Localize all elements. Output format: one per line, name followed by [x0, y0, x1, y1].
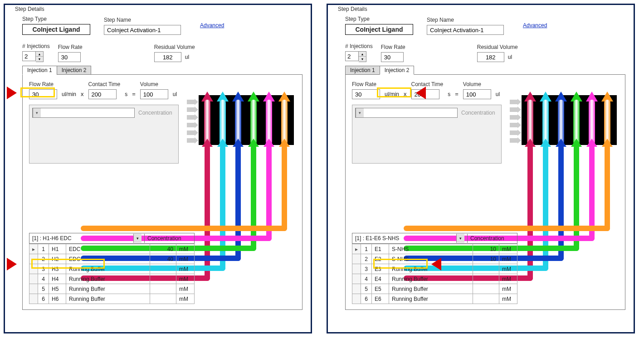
- row-value[interactable]: [473, 284, 499, 294]
- sample-select[interactable]: [1] : E1-E6 S-NHS: [352, 233, 467, 244]
- flow-diagram: [181, 91, 298, 290]
- table-row[interactable]: 4E4Running BuffermM: [352, 274, 517, 284]
- row-value[interactable]: [473, 264, 499, 274]
- row-index: 4: [361, 274, 372, 284]
- table-row[interactable]: ▸1H1EDC40mM: [29, 244, 195, 254]
- spinner-down[interactable]: ▼: [359, 57, 366, 62]
- tab-injection-1[interactable]: Injection 1: [345, 66, 380, 75]
- flowrate-top-label: Flow Rate: [381, 44, 405, 50]
- spinner-up[interactable]: ▲: [36, 52, 43, 57]
- channel-arrow-icon: [218, 92, 228, 145]
- tab-injection-1[interactable]: Injection 1: [22, 66, 57, 75]
- side-arrow-icon: [510, 130, 518, 135]
- step-name-input[interactable]: [104, 25, 181, 35]
- sample-grid[interactable]: ▸1H1EDC40mM2H2EDC40mM3H3Running BuffermM…: [29, 244, 195, 304]
- residual-input[interactable]: [154, 52, 181, 62]
- residual-unit: ul: [508, 54, 512, 60]
- advanced-link[interactable]: Advanced: [523, 22, 547, 29]
- injections-spinner[interactable]: ▲▼: [22, 51, 50, 62]
- dropdown-arrow-icon[interactable]: [456, 234, 464, 243]
- row-sample-name: S-NHS: [389, 254, 473, 264]
- volume-label: Volume: [463, 81, 491, 87]
- eq-sign: =: [132, 91, 136, 99]
- flowrate-top-input[interactable]: [381, 52, 404, 62]
- table-row[interactable]: 4H4Running BuffermM: [29, 274, 195, 284]
- ulmin-unit: ul/min: [385, 91, 399, 99]
- table-row[interactable]: 6E6Running BuffermM: [352, 294, 517, 304]
- row-index: 5: [38, 284, 49, 294]
- row-sample-name: Running Buffer: [66, 274, 150, 284]
- row-value[interactable]: [150, 294, 176, 304]
- row-indicator: [29, 254, 38, 264]
- concentration-dropdown-disabled: [32, 108, 135, 118]
- injections-input[interactable]: [345, 51, 359, 61]
- residual-label: Residual Volume: [477, 44, 518, 50]
- step-type-value: CoInject Ligand: [345, 24, 413, 35]
- row-value[interactable]: 10: [473, 254, 499, 264]
- side-arrow-icon: [510, 115, 518, 120]
- row-unit: mM: [176, 264, 195, 274]
- row-index: 2: [38, 254, 49, 264]
- table-row[interactable]: 5H5Running BuffermM: [29, 284, 195, 294]
- red-marker-row: [431, 258, 441, 270]
- tab-injection-2[interactable]: Injection 2: [380, 66, 415, 75]
- flowrate-input[interactable]: [29, 89, 57, 99]
- concentration-header: Concentration: [144, 234, 194, 243]
- side-arrow-icon: [187, 123, 195, 127]
- row-index: 4: [38, 274, 49, 284]
- row-value[interactable]: [473, 274, 499, 284]
- channel-arrow-icon: [202, 92, 212, 145]
- volume-input[interactable]: [463, 89, 491, 99]
- side-arrow-icon: [510, 100, 518, 104]
- row-sample-name: Running Buffer: [389, 264, 473, 274]
- injections-spinner[interactable]: ▲▼: [345, 51, 373, 62]
- table-row[interactable]: ▸1E1S-NHS10mM: [352, 244, 517, 254]
- table-row[interactable]: 6H6Running BuffermM: [29, 294, 195, 304]
- row-value[interactable]: [473, 294, 499, 304]
- advanced-link[interactable]: Advanced: [200, 22, 224, 29]
- volume-input[interactable]: [140, 89, 168, 99]
- concentration-dropdown-disabled: [355, 108, 458, 118]
- concentration-upper-box: Concentration: [352, 105, 502, 164]
- red-marker-tab: [416, 87, 426, 99]
- eq-sign: =: [455, 91, 459, 99]
- spinner-up[interactable]: ▲: [359, 52, 366, 57]
- row-indicator: [29, 284, 38, 294]
- side-arrow-icon: [510, 123, 518, 127]
- spinner-down[interactable]: ▼: [36, 57, 43, 62]
- dropdown-arrow-icon[interactable]: [133, 234, 141, 243]
- row-value[interactable]: [150, 284, 176, 294]
- flowrate-input[interactable]: [352, 89, 380, 99]
- row-well: H3: [49, 264, 66, 274]
- sample-grid[interactable]: ▸1E1S-NHS10mM2E2S-NHS10mM3E3Running Buff…: [352, 244, 517, 304]
- row-value[interactable]: 10: [473, 244, 499, 254]
- sample-select-value: [1] : E1-E6 S-NHS: [355, 235, 399, 241]
- row-unit: mM: [176, 284, 195, 294]
- row-indicator: [29, 294, 38, 304]
- channel-arrow-icon: [233, 92, 243, 145]
- row-sample-name: Running Buffer: [66, 294, 150, 304]
- row-value[interactable]: 40: [150, 244, 176, 254]
- channel-arrow-icon: [556, 92, 566, 145]
- row-value[interactable]: 40: [150, 254, 176, 264]
- table-row[interactable]: 3H3Running BuffermM: [29, 264, 195, 274]
- table-row[interactable]: 2H2EDC40mM: [29, 254, 195, 264]
- injections-input[interactable]: [22, 51, 36, 61]
- row-indicator: ▸: [29, 244, 38, 254]
- row-value[interactable]: [150, 264, 176, 274]
- table-row[interactable]: 5E5Running BuffermM: [352, 284, 517, 294]
- row-unit: mM: [176, 254, 195, 264]
- s-unit: s: [448, 91, 450, 99]
- flowrate-top-input[interactable]: [58, 52, 81, 62]
- concentration-upper-box: Concentration: [29, 105, 179, 164]
- tab-injection-2[interactable]: Injection 2: [57, 66, 92, 75]
- contact-input[interactable]: [88, 89, 117, 99]
- row-unit: mM: [176, 274, 195, 284]
- step-name-input[interactable]: [427, 25, 504, 35]
- sample-select[interactable]: [1] : H1-H6 EDC: [29, 233, 144, 244]
- side-arrow-icon: [510, 107, 518, 112]
- row-well: E3: [372, 264, 389, 274]
- row-value[interactable]: [150, 274, 176, 284]
- residual-input[interactable]: [477, 52, 504, 62]
- flowrate-label: Flow Rate: [29, 81, 57, 87]
